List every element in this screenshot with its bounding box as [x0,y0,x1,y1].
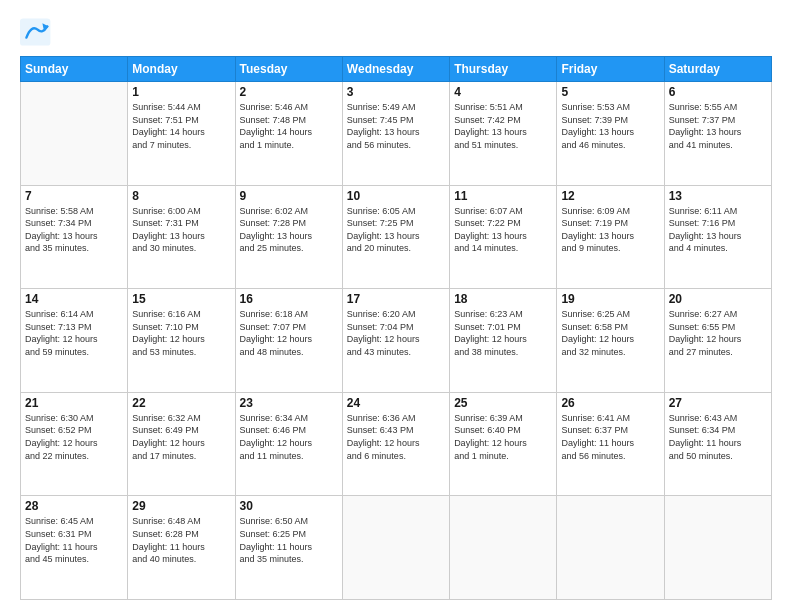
calendar-cell: 30Sunrise: 6:50 AM Sunset: 6:25 PM Dayli… [235,496,342,600]
calendar-cell: 26Sunrise: 6:41 AM Sunset: 6:37 PM Dayli… [557,392,664,496]
day-number: 13 [669,189,767,203]
day-number: 26 [561,396,659,410]
calendar-cell [450,496,557,600]
day-number: 6 [669,85,767,99]
col-header-wednesday: Wednesday [342,57,449,82]
calendar-cell: 17Sunrise: 6:20 AM Sunset: 7:04 PM Dayli… [342,289,449,393]
calendar-table: SundayMondayTuesdayWednesdayThursdayFrid… [20,56,772,600]
day-number: 1 [132,85,230,99]
page: SundayMondayTuesdayWednesdayThursdayFrid… [0,0,792,612]
day-info: Sunrise: 5:51 AM Sunset: 7:42 PM Dayligh… [454,101,552,151]
logo [20,18,58,46]
logo-icon [20,18,52,46]
day-info: Sunrise: 6:05 AM Sunset: 7:25 PM Dayligh… [347,205,445,255]
calendar-cell [664,496,771,600]
day-info: Sunrise: 5:55 AM Sunset: 7:37 PM Dayligh… [669,101,767,151]
calendar-cell: 7Sunrise: 5:58 AM Sunset: 7:34 PM Daylig… [21,185,128,289]
calendar-cell: 16Sunrise: 6:18 AM Sunset: 7:07 PM Dayli… [235,289,342,393]
day-number: 12 [561,189,659,203]
calendar-cell: 27Sunrise: 6:43 AM Sunset: 6:34 PM Dayli… [664,392,771,496]
day-number: 11 [454,189,552,203]
day-number: 15 [132,292,230,306]
calendar-cell [342,496,449,600]
header [20,18,772,46]
day-info: Sunrise: 5:44 AM Sunset: 7:51 PM Dayligh… [132,101,230,151]
day-number: 21 [25,396,123,410]
day-info: Sunrise: 6:18 AM Sunset: 7:07 PM Dayligh… [240,308,338,358]
calendar-cell [21,82,128,186]
calendar-cell: 6Sunrise: 5:55 AM Sunset: 7:37 PM Daylig… [664,82,771,186]
calendar-cell: 20Sunrise: 6:27 AM Sunset: 6:55 PM Dayli… [664,289,771,393]
day-info: Sunrise: 6:16 AM Sunset: 7:10 PM Dayligh… [132,308,230,358]
calendar-cell: 12Sunrise: 6:09 AM Sunset: 7:19 PM Dayli… [557,185,664,289]
calendar-cell: 23Sunrise: 6:34 AM Sunset: 6:46 PM Dayli… [235,392,342,496]
col-header-friday: Friday [557,57,664,82]
day-number: 7 [25,189,123,203]
calendar-cell: 19Sunrise: 6:25 AM Sunset: 6:58 PM Dayli… [557,289,664,393]
day-number: 23 [240,396,338,410]
day-number: 2 [240,85,338,99]
day-number: 9 [240,189,338,203]
calendar-cell: 13Sunrise: 6:11 AM Sunset: 7:16 PM Dayli… [664,185,771,289]
calendar-cell: 14Sunrise: 6:14 AM Sunset: 7:13 PM Dayli… [21,289,128,393]
day-number: 28 [25,499,123,513]
day-info: Sunrise: 6:14 AM Sunset: 7:13 PM Dayligh… [25,308,123,358]
calendar-cell: 29Sunrise: 6:48 AM Sunset: 6:28 PM Dayli… [128,496,235,600]
day-number: 27 [669,396,767,410]
calendar-cell: 25Sunrise: 6:39 AM Sunset: 6:40 PM Dayli… [450,392,557,496]
day-info: Sunrise: 6:48 AM Sunset: 6:28 PM Dayligh… [132,515,230,565]
day-number: 18 [454,292,552,306]
calendar-cell: 3Sunrise: 5:49 AM Sunset: 7:45 PM Daylig… [342,82,449,186]
calendar-cell: 2Sunrise: 5:46 AM Sunset: 7:48 PM Daylig… [235,82,342,186]
calendar-cell: 1Sunrise: 5:44 AM Sunset: 7:51 PM Daylig… [128,82,235,186]
day-number: 25 [454,396,552,410]
day-info: Sunrise: 5:53 AM Sunset: 7:39 PM Dayligh… [561,101,659,151]
day-number: 14 [25,292,123,306]
day-number: 3 [347,85,445,99]
calendar-cell: 28Sunrise: 6:45 AM Sunset: 6:31 PM Dayli… [21,496,128,600]
day-number: 24 [347,396,445,410]
day-info: Sunrise: 6:43 AM Sunset: 6:34 PM Dayligh… [669,412,767,462]
day-info: Sunrise: 6:25 AM Sunset: 6:58 PM Dayligh… [561,308,659,358]
col-header-tuesday: Tuesday [235,57,342,82]
day-number: 30 [240,499,338,513]
day-info: Sunrise: 5:46 AM Sunset: 7:48 PM Dayligh… [240,101,338,151]
col-header-sunday: Sunday [21,57,128,82]
svg-rect-0 [20,18,50,45]
day-info: Sunrise: 6:00 AM Sunset: 7:31 PM Dayligh… [132,205,230,255]
day-info: Sunrise: 6:45 AM Sunset: 6:31 PM Dayligh… [25,515,123,565]
day-info: Sunrise: 6:27 AM Sunset: 6:55 PM Dayligh… [669,308,767,358]
day-info: Sunrise: 5:58 AM Sunset: 7:34 PM Dayligh… [25,205,123,255]
day-info: Sunrise: 6:41 AM Sunset: 6:37 PM Dayligh… [561,412,659,462]
calendar-cell: 8Sunrise: 6:00 AM Sunset: 7:31 PM Daylig… [128,185,235,289]
col-header-monday: Monday [128,57,235,82]
day-number: 4 [454,85,552,99]
day-info: Sunrise: 6:09 AM Sunset: 7:19 PM Dayligh… [561,205,659,255]
day-number: 19 [561,292,659,306]
day-info: Sunrise: 6:30 AM Sunset: 6:52 PM Dayligh… [25,412,123,462]
day-info: Sunrise: 6:20 AM Sunset: 7:04 PM Dayligh… [347,308,445,358]
day-number: 22 [132,396,230,410]
calendar-cell: 4Sunrise: 5:51 AM Sunset: 7:42 PM Daylig… [450,82,557,186]
day-info: Sunrise: 6:39 AM Sunset: 6:40 PM Dayligh… [454,412,552,462]
day-info: Sunrise: 6:36 AM Sunset: 6:43 PM Dayligh… [347,412,445,462]
day-info: Sunrise: 6:23 AM Sunset: 7:01 PM Dayligh… [454,308,552,358]
calendar-cell: 18Sunrise: 6:23 AM Sunset: 7:01 PM Dayli… [450,289,557,393]
calendar-cell: 22Sunrise: 6:32 AM Sunset: 6:49 PM Dayli… [128,392,235,496]
calendar-cell: 9Sunrise: 6:02 AM Sunset: 7:28 PM Daylig… [235,185,342,289]
day-info: Sunrise: 6:02 AM Sunset: 7:28 PM Dayligh… [240,205,338,255]
day-number: 17 [347,292,445,306]
day-number: 5 [561,85,659,99]
day-info: Sunrise: 6:07 AM Sunset: 7:22 PM Dayligh… [454,205,552,255]
day-number: 29 [132,499,230,513]
day-info: Sunrise: 6:32 AM Sunset: 6:49 PM Dayligh… [132,412,230,462]
calendar-cell: 21Sunrise: 6:30 AM Sunset: 6:52 PM Dayli… [21,392,128,496]
calendar-cell: 15Sunrise: 6:16 AM Sunset: 7:10 PM Dayli… [128,289,235,393]
day-number: 16 [240,292,338,306]
day-number: 8 [132,189,230,203]
calendar-cell: 5Sunrise: 5:53 AM Sunset: 7:39 PM Daylig… [557,82,664,186]
day-info: Sunrise: 5:49 AM Sunset: 7:45 PM Dayligh… [347,101,445,151]
day-info: Sunrise: 6:50 AM Sunset: 6:25 PM Dayligh… [240,515,338,565]
col-header-saturday: Saturday [664,57,771,82]
calendar-cell: 24Sunrise: 6:36 AM Sunset: 6:43 PM Dayli… [342,392,449,496]
